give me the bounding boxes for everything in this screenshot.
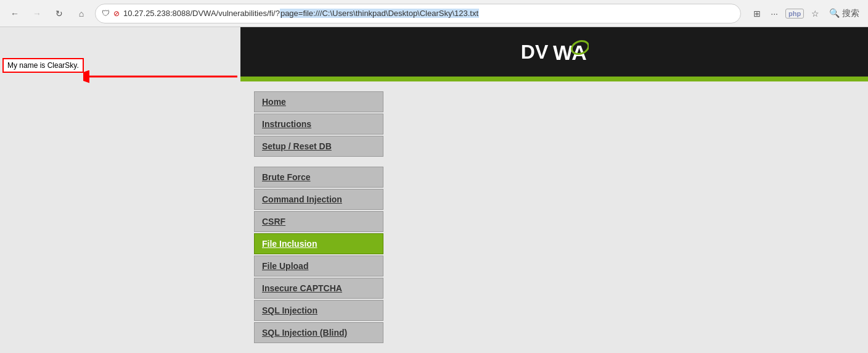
sidebar-item-brute-force[interactable]: Brute Force bbox=[254, 167, 383, 188]
sidebar-item-setup[interactable]: Setup / Reset DB bbox=[254, 136, 383, 157]
dvwa-header: DV WA bbox=[240, 27, 868, 77]
sidebar-item-sql-injection[interactable]: SQL Injection bbox=[254, 300, 383, 321]
sidebar-item-command-injection[interactable]: Command Injection bbox=[254, 189, 383, 210]
sidebar-nav: Home Instructions Setup / Reset DB Brute… bbox=[254, 91, 390, 343]
bookmark-icon[interactable]: ☆ bbox=[809, 6, 822, 21]
forward-button[interactable]: → bbox=[28, 5, 46, 22]
reload-button[interactable]: ↻ bbox=[51, 5, 68, 22]
browser-toolbar: ← → ↻ ⌂ 🛡 ⊘ 10.27.25.238:8088/DVWA/vulne… bbox=[0, 0, 868, 27]
url-base: 10.27.25.238:8088/DVWA/vulnerabilities/f… bbox=[123, 9, 280, 18]
dvwa-logo-text: DV bbox=[521, 41, 548, 64]
nav-spacer bbox=[254, 158, 390, 165]
back-button[interactable]: ← bbox=[6, 5, 23, 22]
sidebar-item-sql-injection-blind[interactable]: SQL Injection (Blind) bbox=[254, 322, 383, 343]
grid-icon[interactable]: ⊞ bbox=[751, 6, 763, 21]
red-arrow-indicator bbox=[83, 64, 244, 89]
dvwa-body: Home Instructions Setup / Reset DB Brute… bbox=[240, 81, 868, 343]
sidebar-item-file-inclusion[interactable]: File Inclusion bbox=[254, 233, 383, 254]
dvwa-logo-swoosh: WA bbox=[552, 36, 589, 67]
sidebar-item-home[interactable]: Home bbox=[254, 91, 383, 112]
sidebar-item-csrf[interactable]: CSRF bbox=[254, 211, 383, 232]
sidebar-item-instructions[interactable]: Instructions bbox=[254, 114, 383, 135]
sidebar-item-insecure-captcha[interactable]: Insecure CAPTCHA bbox=[254, 278, 383, 299]
clearsky-text-box: My name is ClearSky. bbox=[2, 58, 84, 73]
search-icon[interactable]: 🔍 搜索 bbox=[827, 6, 862, 22]
dvwa-logo: DV WA bbox=[521, 36, 589, 67]
sidebar-item-file-upload[interactable]: File Upload bbox=[254, 255, 383, 276]
toolbar-right: ⊞ ··· php ☆ 🔍 搜索 bbox=[751, 6, 862, 22]
home-button[interactable]: ⌂ bbox=[73, 5, 90, 22]
green-separator-bar bbox=[240, 77, 868, 81]
security-slash-icon: ⊘ bbox=[113, 9, 120, 18]
svg-text:WA: WA bbox=[553, 41, 587, 64]
php-badge: php bbox=[785, 9, 804, 19]
address-bar-container[interactable]: 🛡 ⊘ 10.27.25.238:8088/DVWA/vulnerabiliti… bbox=[95, 4, 741, 23]
address-bar-text: 10.27.25.238:8088/DVWA/vulnerabilities/f… bbox=[123, 9, 734, 18]
more-options-icon[interactable]: ··· bbox=[768, 6, 780, 21]
url-highlight: page=file:///C:\Users\thinkpad\Desktop\C… bbox=[280, 9, 479, 18]
security-shield-icon: 🛡 bbox=[102, 9, 110, 18]
